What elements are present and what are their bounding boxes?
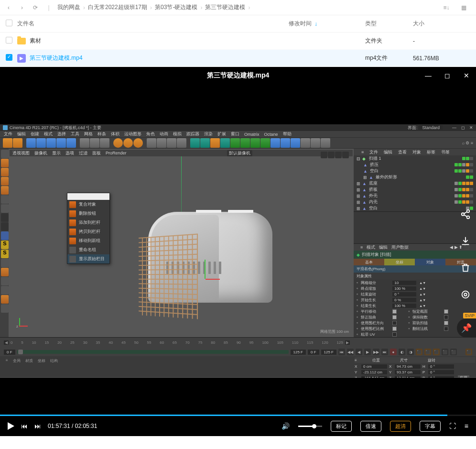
column-type[interactable]: 类型 <box>365 20 413 28</box>
volume-slider[interactable] <box>298 426 322 427</box>
video-frame-content: Cinema 4D R21.207 (RC) - [烤板机.c4d *] - 主… <box>0 124 476 378</box>
file-name: 素材 <box>30 37 41 45</box>
next-icon[interactable]: ⏭ <box>34 422 41 430</box>
c4d-title-bar: Cinema 4D R21.207 (RC) - [烤板机.c4d *] - 主… <box>0 124 476 131</box>
video-progress-bar[interactable] <box>0 415 476 416</box>
sort-arrow-icon: ↓ <box>314 21 317 27</box>
delete-icon[interactable] <box>456 258 475 277</box>
svg-point-0 <box>467 210 470 213</box>
c4d-timeline[interactable]: ◀ 05101520253035404550556065707580859095… <box>0 337 476 348</box>
download-icon[interactable] <box>456 231 475 251</box>
nav-right: ≡↓ ▦ <box>442 3 472 12</box>
row-checkbox[interactable] <box>6 54 12 61</box>
c4d-transport-bar: 0 F 125 F 0 F 125 F ⏮◀◀◀ ▶▶▶⏭ ● ◐◑ ⬛⬛⬛ ⬛… <box>0 348 476 356</box>
column-date[interactable]: 修改时间↓ <box>289 20 365 28</box>
svg-line-4 <box>464 215 467 217</box>
pin-icon[interactable]: 📌 <box>457 318 476 338</box>
subtitle-button[interactable]: 字幕 <box>420 421 441 432</box>
svg-point-6 <box>464 293 467 296</box>
video-file-icon: ▶ <box>17 54 26 63</box>
c4d-toolbar: ⌕ ⚙ ≡ <box>0 137 476 149</box>
breadcrumb-item[interactable]: 第03节-硬边建模 <box>155 3 197 11</box>
svg-point-1 <box>462 213 465 216</box>
time-display: 01:57:31 / 02:05:31 <box>48 423 97 429</box>
minimize-icon[interactable]: — <box>419 67 438 84</box>
svip-badge: SVIP <box>463 313 476 318</box>
sort-icon[interactable]: ≡↓ <box>442 3 451 12</box>
nav-bar: ‹ › ⟳ | 我的网盘› 白无常2022超级班17期› 第03节-硬边建模› … <box>0 0 476 15</box>
view-icon[interactable]: ▦ <box>459 3 468 12</box>
grid-info: 网格范围 100 cm <box>320 329 349 334</box>
play-icon[interactable] <box>8 422 14 430</box>
viewport-axis-icon: z <box>19 315 31 327</box>
file-list-header: 文件名 修改时间↓ 类型 大小 <box>0 15 476 33</box>
toaster-3d-model <box>129 197 277 307</box>
file-row-folder[interactable]: 素材 文件夹 - <box>0 33 476 50</box>
c4d-app-icon <box>3 125 8 130</box>
column-name[interactable]: 文件名 <box>17 20 289 28</box>
svg-point-2 <box>467 216 470 219</box>
back-icon[interactable]: ‹ <box>4 3 13 12</box>
file-row-video[interactable]: ▶第三节硬边建模.mp4 mp4文件 561.76MB <box>0 50 476 67</box>
maximize-icon[interactable]: ◻ <box>438 67 457 84</box>
breadcrumb-item[interactable]: 第三节硬边建模 <box>205 3 245 11</box>
video-controls: ⏮ ⏭ 01:57:31 / 02:05:31 🔊 标记 倍速 超清 字幕 ⛶ … <box>0 416 476 436</box>
refresh-icon[interactable]: ⟳ <box>31 3 40 12</box>
select-all-checkbox[interactable] <box>6 20 12 26</box>
quality-button[interactable]: 超清 <box>390 421 411 432</box>
breadcrumb-item[interactable]: 我的网盘 <box>57 3 80 11</box>
svg-point-5 <box>462 291 469 298</box>
prev-icon[interactable]: ⏮ <box>21 422 28 430</box>
object-tree[interactable]: ⊟◆扫描 1 ▲挤压 ▲空白 ⊞▲最外的矩形 ⊞▲底座 ⊞▲挤板 ⊞▲外壳 ⊞▲… <box>354 155 476 212</box>
row-checkbox[interactable] <box>6 37 12 44</box>
folder-icon <box>17 38 26 44</box>
settings-icon[interactable] <box>456 285 475 304</box>
side-actions <box>455 205 476 304</box>
close-icon[interactable]: ✕ <box>457 67 476 84</box>
volume-icon[interactable]: 🔊 <box>281 422 290 430</box>
playlist-icon[interactable]: ≡ <box>465 422 468 430</box>
speed-button[interactable]: 倍速 <box>360 421 381 432</box>
breadcrumb: 我的网盘› 白无常2022超级班17期› 第03节-硬边建模› 第三节硬边建模› <box>57 3 250 11</box>
video-player: 第三节硬边建模.mp4 — ◻ ✕ Cinema 4D R21.207 (RC)… <box>0 67 476 436</box>
fullscreen-icon[interactable]: ⛶ <box>449 422 456 430</box>
video-title-bar: 第三节硬边建模.mp4 — ◻ ✕ <box>0 67 476 84</box>
breadcrumb-item[interactable]: 白无常2022超级班17期 <box>88 3 147 11</box>
share-icon[interactable] <box>456 205 475 224</box>
c4d-left-toolbar: SS <box>0 149 9 337</box>
column-size[interactable]: 大小 <box>413 20 470 28</box>
video-title: 第三节硬边建模.mp4 <box>207 71 270 80</box>
separator: | <box>44 3 54 12</box>
context-menu[interactable]: 复合对象 删除按钮 添加到栏杆 拷贝到栏杆 移动到新组 重命名组 显示原始栏目 <box>67 193 110 264</box>
file-name: 第三节硬边建模.mp4 <box>30 54 83 62</box>
svg-line-3 <box>464 212 467 214</box>
c4d-menu-bar: 文件编辑创建 模式选择工具 网格样条体积 运动图形角色动画 模拟跟踪器渲染 扩展… <box>0 131 476 137</box>
c4d-viewport: 透视视图摄像机 显示选项 过滤面板 ProRender 默认摄像机 <box>10 150 353 336</box>
forward-icon[interactable]: › <box>17 3 27 12</box>
mark-button[interactable]: 标记 <box>331 421 352 432</box>
